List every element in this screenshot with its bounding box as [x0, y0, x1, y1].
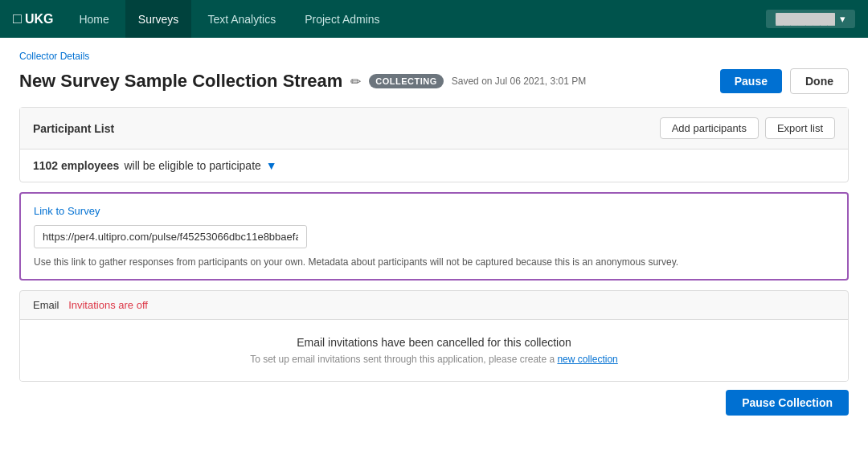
- new-collection-link[interactable]: new collection: [557, 354, 617, 365]
- link-helper-text: Use this link to gather responses from p…: [34, 256, 834, 268]
- pause-collection-button[interactable]: Pause Collection: [726, 390, 849, 416]
- email-body: Email invitations have been cancelled fo…: [20, 319, 848, 381]
- participant-list-card: Participant List Add participants Export…: [19, 107, 849, 182]
- status-badge: COLLECTING: [369, 74, 444, 88]
- participant-list-title: Participant List: [33, 122, 660, 135]
- logo-text: UKG: [25, 12, 54, 27]
- expand-chevron-icon[interactable]: ▼: [266, 159, 277, 172]
- email-cancelled-text: Email invitations have been cancelled fo…: [33, 336, 835, 349]
- email-label: Email: [33, 299, 59, 311]
- breadcrumb[interactable]: Collector Details: [19, 51, 849, 62]
- link-input-row: [34, 225, 834, 248]
- user-chevron-icon: ▾: [840, 13, 845, 25]
- email-invitations-section: Email Invitations are off Email invitati…: [19, 290, 849, 382]
- email-note-text: To set up email invitations sent through…: [250, 354, 557, 365]
- done-button[interactable]: Done: [790, 68, 849, 94]
- add-participants-button[interactable]: Add participants: [660, 117, 759, 139]
- link-word: Link: [34, 205, 53, 217]
- participant-list-header: Participant List Add participants Export…: [20, 108, 848, 149]
- email-header: Email Invitations are off: [20, 291, 848, 319]
- saved-text: Saved on Jul 06 2021, 3:01 PM: [452, 76, 586, 87]
- nav-item-surveys[interactable]: Surveys: [125, 0, 192, 38]
- edit-icon[interactable]: ✏: [350, 74, 361, 89]
- nav-item-project-admins[interactable]: Project Admins: [292, 0, 392, 38]
- footer-bar: Pause Collection: [19, 382, 849, 416]
- email-status: Invitations are off: [68, 299, 148, 311]
- export-list-button[interactable]: Export list: [765, 117, 835, 139]
- nav-item-text-analytics[interactable]: Text Analytics: [194, 0, 289, 38]
- participant-row: 1102 employees will be eligible to parti…: [20, 149, 848, 182]
- main-content: Collector Details New Survey Sample Coll…: [0, 38, 868, 471]
- link-to-survey-section: Link to Survey Use this link to gather r…: [19, 192, 849, 281]
- ukg-logo-icon: □: [13, 10, 22, 27]
- link-title-suffix: to Survey: [53, 205, 100, 217]
- user-menu[interactable]: ████████ ▾: [766, 10, 855, 28]
- navbar: □ UKG Home Surveys Text Analytics Projec…: [0, 0, 868, 38]
- participant-eligible-text: will be eligible to participate: [124, 159, 260, 172]
- participant-count: 1102 employees: [33, 159, 119, 172]
- email-note: To set up email invitations sent through…: [33, 354, 835, 365]
- nav-item-home[interactable]: Home: [66, 0, 121, 38]
- pause-button[interactable]: Pause: [720, 69, 782, 93]
- user-name: ████████: [776, 13, 835, 25]
- page-title: New Survey Sample Collection Stream: [19, 71, 342, 92]
- survey-link-input[interactable]: [34, 225, 307, 248]
- link-section-title: Link to Survey: [34, 205, 834, 217]
- logo: □ UKG: [13, 10, 53, 27]
- page-title-row: New Survey Sample Collection Stream ✏ CO…: [19, 68, 849, 94]
